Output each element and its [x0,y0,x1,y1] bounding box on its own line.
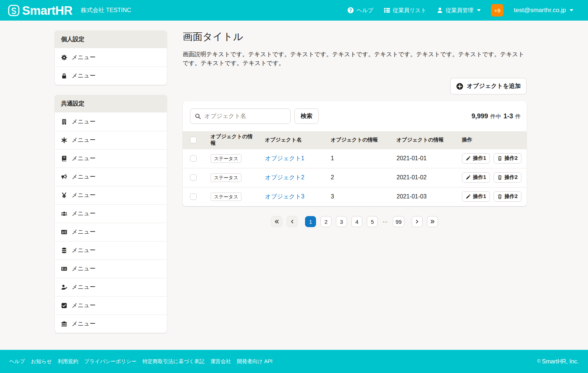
header-nav-help[interactable]: ヘルプ [347,7,373,14]
pagination-page-current[interactable]: 1 [305,216,316,227]
status-chip: ステータス [211,193,241,201]
pagination-page-4[interactable]: 4 [351,216,362,227]
footer-link-6[interactable]: 運営会社 [211,358,231,365]
pencil-icon [466,156,471,161]
row-checkbox[interactable] [190,174,197,181]
row-checkbox[interactable] [190,193,197,200]
object-link[interactable]: オブジェクト3 [265,193,304,200]
sidebar-item-user-check[interactable]: メニュー [55,278,167,296]
table-row: ステータスオブジェクト332021-01-03操作1操作2 [183,187,527,206]
pagination-last-button[interactable] [427,216,438,227]
main-content: 画面タイトル 画面説明テキストです。テキストです。テキストです。テキストです。テ… [183,31,527,350]
sidebar-group-items: メニューメニュー [55,48,167,85]
sidebar-item-label: メニュー [72,210,96,218]
header-nav-employee-list[interactable]: 従業員リスト [384,7,426,14]
sidebar-group-items: メニューメニューメニューメニューメニューメニューメニューメニューメニューメニュー… [55,112,167,333]
column-header-name: オブジェクト名 [258,131,323,149]
pagination-page-2[interactable]: 2 [320,216,331,227]
sidebar-item-lock[interactable]: メニュー [55,67,167,85]
sidebar-item-check-square[interactable]: メニュー [55,296,167,315]
footer-link-4[interactable]: プライバシーポリシー [84,358,137,365]
sidebar-item-label: メニュー [72,247,96,254]
actions-cell: 操作1操作2 [455,149,527,168]
search-icon [195,113,201,119]
sidebar-item-yen[interactable]: メニュー [55,186,167,204]
pagination-page-99[interactable]: 99 [393,216,404,227]
object-info-cell: 2 [323,168,389,187]
row-action-button-1[interactable]: 操作1 [462,191,490,202]
pagination-page-5[interactable]: 5 [367,216,378,227]
status-chip: ステータス [211,154,241,163]
sidebar-item-id-card[interactable]: メニュー [55,223,167,241]
add-object-button[interactable]: オブジェクトを追加 [450,78,527,94]
footer-link-2[interactable]: お知らせ [31,358,52,365]
result-count-range: 1-3 [503,112,513,120]
caret-down-icon [477,9,481,11]
footer-link-1[interactable]: ヘルプ [9,358,25,365]
book-icon [61,155,67,162]
status-cell: ステータス [203,168,258,187]
row-action-button-2[interactable]: 操作2 [494,191,521,202]
sidebar-item-database[interactable]: メニュー [55,241,167,259]
footer-link-7[interactable]: 開発者向け API [237,358,273,365]
page-description: 画面説明テキストです。テキストです。テキストです。テキストです。テキストです。テ… [183,50,527,68]
sidebar-item-label: メニュー [72,320,96,328]
result-count: 9,999 件中 1-3 件 [472,112,521,120]
table-row: ステータスオブジェクト222021-01-02操作1操作2 [183,168,527,187]
header-nav-employee-admin[interactable]: 従業員管理 [437,7,481,14]
sidebar-item-label: メニュー [72,228,96,236]
sidebar-group-title: 個人設定 [55,31,167,48]
select-all-checkbox[interactable] [190,137,197,143]
row-action-button-2[interactable]: 操作2 [494,153,521,164]
footer-link-3[interactable]: 利用規約 [58,358,78,365]
header-nav-employee-admin-label: 従業員管理 [446,7,473,14]
object-link[interactable]: オブジェクト1 [265,155,304,161]
row-action-button-2[interactable]: 操作2 [494,172,521,183]
pencil-icon [466,194,471,199]
megaphone-icon [61,174,67,180]
checkbox-cell [183,187,203,206]
column-header-info: オブジェクトの情報 [323,131,389,149]
row-action-button-1[interactable]: 操作1 [462,172,490,183]
sidebar-item-gear[interactable]: メニュー [55,48,167,67]
caret-down-icon [570,9,573,11]
search-input[interactable] [204,113,286,119]
pagination-page-3[interactable]: 3 [336,216,347,227]
notification-badge[interactable]: +9 [491,4,503,17]
sidebar-item-book[interactable]: メニュー [55,149,167,168]
sidebar-item-label: メニュー [72,191,96,199]
checkbox-column-header [183,131,203,149]
sidebar-item-money-check[interactable]: メニュー [55,259,167,278]
add-object-row: オブジェクトを追加 [183,78,527,94]
app-body: 個人設定メニューメニュー共通設定メニューメニューメニューメニューメニューメニュー… [0,21,588,350]
database-icon [61,247,67,254]
object-table: オブジェクトの情報 オブジェクト名 オブジェクトの情報 オブジェクトの情報 操作… [183,131,527,206]
sidebar-item-users[interactable]: メニュー [55,204,167,223]
brand[interactable]: SmartHR [8,4,72,17]
sidebar-item-asterisk[interactable]: メニュー [55,131,167,149]
user-check-icon [61,284,67,290]
row-action-label: 操作2 [505,174,518,181]
pagination-next-button[interactable] [412,216,423,227]
pagination-first-button[interactable] [271,216,282,227]
search-box [190,108,291,124]
id-card-icon [61,229,67,235]
copyright-mark: © [537,359,541,364]
row-action-label: 操作2 [505,155,518,162]
row-action-button-1[interactable]: 操作1 [462,153,490,164]
row-checkbox[interactable] [190,155,197,162]
object-date-cell: 2021-01-03 [389,187,455,206]
actions-cell: 操作1操作2 [455,168,527,187]
user-icon [437,7,443,14]
footer-link-5[interactable]: 特定商取引法に基づく表記 [143,358,205,365]
sidebar-item-megaphone[interactable]: メニュー [55,168,167,186]
pagination-prev-button[interactable] [287,216,298,227]
account-menu[interactable]: test@smarthr.co.jp [514,7,573,14]
object-link[interactable]: オブジェクト2 [265,174,304,180]
search-button[interactable]: 検索 [294,108,319,124]
sidebar-item-bank[interactable]: メニュー [55,315,167,333]
smarthr-logo-icon [8,5,19,16]
trash-icon [497,175,502,180]
lock-icon [61,73,67,79]
sidebar-item-building[interactable]: メニュー [55,112,167,131]
